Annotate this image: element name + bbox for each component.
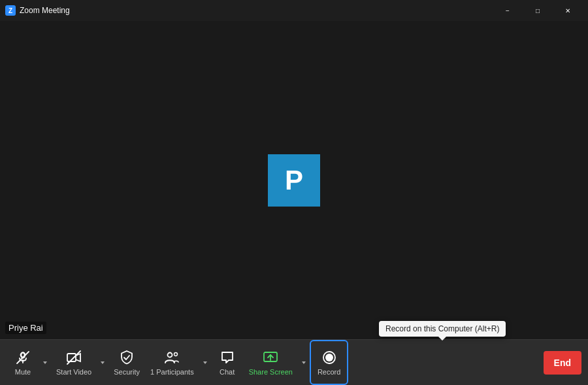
title-bar-left: Z Zoom Meeting [5, 5, 70, 16]
participant-name: Priye Rai [5, 322, 46, 334]
video-group[interactable]: Start Video [51, 340, 108, 385]
security-label: Security [114, 368, 140, 376]
minimize-button[interactable]: − [493, 0, 523, 21]
maximize-button[interactable]: □ [523, 0, 553, 21]
participants-caret-icon [202, 360, 208, 366]
participants-button[interactable]: 1 Participants [145, 340, 199, 385]
mute-caret-button[interactable] [39, 340, 51, 385]
security-icon [119, 350, 135, 365]
mute-caret-icon [42, 360, 48, 366]
window-controls[interactable]: − □ ✕ [493, 0, 583, 21]
chat-label: Chat [220, 368, 235, 376]
participants-caret-button[interactable] [199, 340, 211, 385]
video-caret-button[interactable] [97, 340, 108, 385]
share-screen-caret-button[interactable] [298, 340, 310, 385]
svg-text:Z: Z [8, 7, 12, 14]
share-screen-label: Share Screen [249, 368, 293, 376]
mute-group[interactable]: Mute [7, 340, 51, 385]
svg-marker-9 [43, 361, 47, 364]
main-area: P Priye Rai [0, 21, 588, 339]
svg-point-14 [174, 352, 178, 356]
video-caret-icon [99, 360, 106, 366]
record-label: Record [318, 368, 340, 376]
security-button[interactable]: Security [108, 340, 145, 385]
video-icon [66, 350, 82, 365]
svg-marker-15 [203, 361, 207, 364]
toolbar: Mute Start Video Securit [0, 339, 588, 385]
record-icon [321, 350, 337, 365]
avatar-box: P [268, 154, 320, 207]
mute-icon [15, 350, 31, 365]
close-button[interactable]: ✕ [553, 0, 583, 21]
zoom-icon: Z [5, 5, 16, 16]
share-screen-group[interactable]: Share Screen [244, 340, 310, 385]
video-button[interactable]: Start Video [51, 340, 97, 385]
record-button[interactable]: Record [310, 340, 348, 385]
mute-label: Mute [15, 368, 31, 376]
svg-marker-17 [302, 361, 306, 364]
chat-button[interactable]: Chat [211, 340, 244, 385]
chat-icon [220, 350, 235, 365]
mute-button[interactable]: Mute [7, 340, 39, 385]
share-screen-button[interactable]: Share Screen [244, 340, 298, 385]
title-bar: Z Zoom Meeting − □ ✕ [0, 0, 588, 21]
avatar-container: P [268, 154, 320, 207]
participants-icon [164, 350, 180, 365]
end-button[interactable]: End [544, 351, 581, 375]
video-label: Start Video [56, 368, 91, 376]
svg-point-18 [325, 354, 333, 361]
participants-label: 1 Participants [150, 368, 194, 376]
share-screen-icon [263, 350, 278, 365]
svg-marker-12 [101, 361, 105, 364]
title-text: Zoom Meeting [20, 6, 70, 15]
svg-point-13 [168, 352, 172, 357]
share-screen-caret-icon [301, 360, 307, 366]
participants-group[interactable]: 1 Participants [145, 340, 211, 385]
svg-line-11 [67, 351, 80, 364]
